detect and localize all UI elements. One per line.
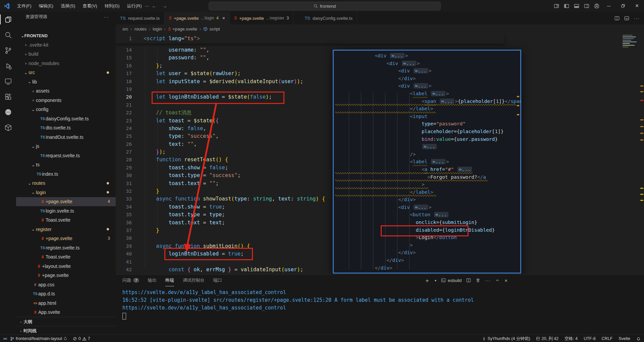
code-line-25[interactable]: type: "success", <box>144 132 325 140</box>
tree-item-register[interactable]: ⌄register <box>16 225 116 234</box>
source-control-activity-icon[interactable] <box>0 43 16 58</box>
close-tab-icon[interactable]: × <box>222 15 225 21</box>
breadcrumb-routes[interactable]: routes <box>135 26 147 32</box>
tree-root-frontend[interactable]: ⌄ FRONTEND <box>16 31 116 40</box>
panel-tab-输出[interactable]: 输出 <box>148 275 157 286</box>
tree-item-InandOut.svelte.ts[interactable]: TSInandOut.svelte.ts <box>16 132 116 142</box>
sidebar-section-时间线[interactable]: ›时间线 <box>16 326 116 335</box>
menu-文件(F)[interactable]: 文件(F) <box>14 2 35 10</box>
minimize-button[interactable]: ─ <box>602 0 616 12</box>
explorer-activity-icon[interactable] <box>0 12 16 27</box>
cube-activity-icon[interactable] <box>0 120 16 135</box>
code-line-31[interactable]: toast.text = ""; <box>144 180 325 187</box>
code-line-14[interactable]: username: "", <box>144 46 325 54</box>
kill-terminal-icon[interactable] <box>476 278 480 283</box>
code-line-24[interactable]: show: false, <box>144 125 325 132</box>
tree-item-register.svelte.ts[interactable]: TSregister.svelte.ts <box>16 243 116 252</box>
code-line-18[interactable]: let inputState = $derived(validateInput(… <box>144 78 325 86</box>
code-editor[interactable]: 1415161718192021222324252627282930313233… <box>116 34 644 274</box>
terminal-list-item-esbuild[interactable]: esbuild <box>441 278 462 283</box>
split-editor-icon[interactable] <box>614 16 620 21</box>
close-panel-icon[interactable]: × <box>504 278 507 283</box>
tree-item-js[interactable]: ⌄js <box>16 142 116 151</box>
tab-+page.svelte[interactable]: S+page.svelte...\login4× <box>164 12 230 24</box>
code-line-38[interactable] <box>144 234 325 242</box>
tree-item-lib[interactable]: ⌄lib <box>16 77 116 87</box>
tree-item-ts[interactable]: ⌄ts <box>16 160 116 170</box>
tree-item-index.ts[interactable]: TSindex.ts <box>16 169 116 179</box>
tree-item-login.svelte.ts[interactable]: TSlogin.svelte.ts <box>16 206 116 216</box>
remote-explorer-activity-icon[interactable] <box>0 73 16 89</box>
toggle-secondary-sidebar-icon[interactable] <box>582 0 592 12</box>
tree-item-node_modules[interactable]: ›node_modules <box>16 59 116 68</box>
nav-back-button[interactable]: ← <box>149 2 159 9</box>
tree-item-app.d.ts[interactable]: TSapp.d.ts <box>16 289 116 299</box>
tree-item-+page.svelte[interactable]: S+page.svelte4 <box>16 197 116 207</box>
toggle-primary-sidebar-icon[interactable] <box>561 0 572 12</box>
new-terminal-button[interactable]: ＋ <box>424 277 430 284</box>
tree-item-Toast.svelte[interactable]: SToast.svelte <box>16 216 116 225</box>
panel-more-button[interactable]: ··· <box>485 278 490 283</box>
tab-daisyConfig.svelte.ts[interactable]: TSdaisyConfig.svelte.ts <box>300 12 357 24</box>
code-line-22[interactable]: // toast消息 <box>144 109 325 117</box>
tab-request.svelte.ts[interactable]: TSrequest.svelte.ts <box>116 12 164 24</box>
code-line-32[interactable]: } <box>144 187 325 195</box>
toggle-panel-icon[interactable] <box>572 0 582 12</box>
tree-item-components[interactable]: ›components <box>16 96 116 105</box>
menu-转到(G)[interactable]: 转到(G) <box>102 2 123 10</box>
account-icon[interactable] <box>592 0 602 12</box>
layout-customize-icon[interactable] <box>551 0 561 12</box>
sidebar-section-大纲[interactable]: ›大纲 <box>16 317 116 326</box>
tree-item-routes[interactable]: ⌄routes <box>16 179 116 188</box>
minimap[interactable] <box>621 34 640 274</box>
tree-item-app.html[interactable]: <>app.html <box>16 298 116 308</box>
code-line-29[interactable]: toast.show = false; <box>144 164 325 172</box>
editor-layout-icon[interactable] <box>624 16 629 21</box>
json-activity-icon[interactable]: Json <box>0 104 16 120</box>
code-line-23[interactable]: let toast = $state({ <box>144 117 325 125</box>
commit-item[interactable]: SyYhunfhds (4 分钟前) <box>482 336 530 342</box>
panel-tab-问题[interactable]: 问题7 <box>122 275 139 286</box>
tree-item-login[interactable]: ⌄login <box>16 188 116 197</box>
code-line-28[interactable]: function resetToast() { <box>144 156 325 164</box>
tree-item-dto.svelte.ts[interactable]: TSdto.svelte.ts <box>16 123 116 133</box>
code-line-42[interactable]: const { ok, errMsg } = validateInput(use… <box>144 266 325 274</box>
code-line-30[interactable]: toast.type = "success"; <box>144 172 325 179</box>
menu-查看(V)[interactable]: 查看(V) <box>79 2 100 10</box>
menu-选择(S)[interactable]: 选择(S) <box>58 2 78 10</box>
run-debug-activity-icon[interactable] <box>0 58 16 73</box>
tree-item-request.svelte.ts[interactable]: TSrequest.svelte.ts <box>16 151 116 160</box>
code-line-15[interactable]: password: "", <box>144 54 325 62</box>
split-terminal-icon[interactable] <box>466 278 471 283</box>
code-line-33[interactable]: async function showToast(type: string, t… <box>144 195 325 203</box>
panel-tab-端口[interactable]: 端口 <box>213 275 222 286</box>
remote-indicator[interactable]: >< <box>0 335 10 342</box>
breadcrumb-login[interactable]: login <box>153 26 162 32</box>
tab-+page.svelte[interactable]: S+page.svelte...\register3 <box>230 12 293 24</box>
tree-item-+layout.svelte[interactable]: S+layout.svelte <box>16 262 116 271</box>
code-line-27[interactable]: }); <box>144 148 325 156</box>
sidebar-more-button[interactable]: ··· <box>104 14 109 19</box>
tree-item-Toast.svelte[interactable]: SToast.svelte <box>16 252 116 262</box>
tree-item-.svelte-kit[interactable]: ›.svelte-kit <box>16 40 116 50</box>
breadcrumb-+page.svelte[interactable]: S+page.svelte <box>168 26 197 32</box>
breadcrumb-script[interactable]: script <box>203 26 220 32</box>
notifications-bell[interactable] <box>636 337 641 341</box>
code-line-36[interactable]: toast.text = text; <box>144 219 325 227</box>
code-line-37[interactable]: } <box>144 227 325 234</box>
tree-item-config[interactable]: ⌄config <box>16 105 116 114</box>
tree-item-+page.svelte[interactable]: S+page.svelte <box>16 271 116 280</box>
search-activity-icon[interactable] <box>0 27 16 43</box>
tree-item-App.svelte[interactable]: SApp.svelte <box>16 308 116 317</box>
menu-编辑(E)[interactable]: 编辑(E) <box>36 2 56 10</box>
tree-item-src[interactable]: ⌄src <box>16 68 116 77</box>
menu-运行(R)[interactable]: 运行(R) <box>124 2 145 10</box>
terminal-dropdown-button[interactable]: ▾ <box>435 279 436 282</box>
tree-item-daisyConfig.svelte.ts[interactable]: TSdaisyConfig.svelte.ts <box>16 114 116 123</box>
code-line-35[interactable]: toast.type = type; <box>144 211 325 219</box>
panel-tab-调试控制台[interactable]: 调试控制台 <box>183 275 205 286</box>
maximize-panel-icon[interactable] <box>495 278 500 283</box>
branch-item[interactable]: frontend/feat/main-layout <box>10 336 67 341</box>
tree-item-assets[interactable]: ›assets <box>16 87 116 96</box>
eol[interactable]: CRLF <box>602 336 613 341</box>
